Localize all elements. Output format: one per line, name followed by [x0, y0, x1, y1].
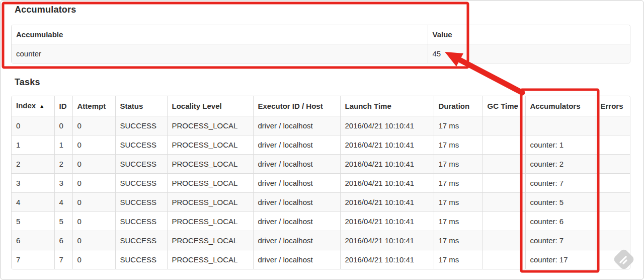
cell-status: SUCCESS [115, 116, 167, 135]
cell-executor-id-host: driver / localhost [253, 231, 340, 250]
cell-locality-level: PROCESS_LOCAL [167, 155, 253, 174]
cell-index: 0 [12, 116, 54, 135]
cell-gc-time [482, 135, 525, 155]
col-header-index[interactable]: Index▲ [12, 96, 54, 116]
cell-status: SUCCESS [115, 174, 167, 193]
cell-duration: 17 ms [434, 174, 482, 193]
col-header-duration[interactable]: Duration [434, 96, 482, 116]
accumulators-header-row: Accumulable Value [12, 25, 630, 44]
cell-duration: 17 ms [434, 155, 482, 174]
cell-id: 3 [54, 174, 72, 193]
tasks-table: Index▲ ID Attempt Status Locality Level … [11, 96, 630, 269]
cell-accumulators: counter: 7 [525, 231, 596, 250]
tasks-section-title: Tasks [15, 77, 40, 88]
col-header-launch-time[interactable]: Launch Time [340, 96, 434, 116]
col-header-status[interactable]: Status [115, 96, 167, 116]
task-row: 4 4 0 SUCCESS PROCESS_LOCAL driver / loc… [12, 193, 630, 212]
cell-errors [596, 231, 630, 250]
cell-status: SUCCESS [115, 212, 167, 231]
cell-errors [596, 155, 630, 174]
cell-executor-id-host: driver / localhost [253, 135, 340, 155]
sort-ascending-icon[interactable]: ▲ [39, 103, 44, 109]
cell-accumulators: counter: 5 [525, 193, 596, 212]
cell-gc-time [482, 212, 525, 231]
cell-id: 7 [54, 250, 72, 269]
cell-accumulable-name: counter [12, 44, 428, 63]
task-row: 2 2 0 SUCCESS PROCESS_LOCAL driver / loc… [12, 155, 630, 174]
col-header-accumulable: Accumulable [12, 25, 428, 44]
col-header-executor-id-host[interactable]: Executor ID / Host [253, 96, 340, 116]
cell-launch-time: 2016/04/21 10:10:41 [340, 250, 434, 269]
cell-locality-level: PROCESS_LOCAL [167, 193, 253, 212]
cell-locality-level: PROCESS_LOCAL [167, 135, 253, 155]
cell-executor-id-host: driver / localhost [253, 155, 340, 174]
cell-locality-level: PROCESS_LOCAL [167, 174, 253, 193]
screenshot-tool-watermark-icon [612, 248, 635, 271]
spark-stage-page: Accumulators Accumulable Value counter 4… [0, 0, 644, 280]
cell-locality-level: PROCESS_LOCAL [167, 231, 253, 250]
cell-attempt: 0 [72, 116, 115, 135]
task-row: 3 3 0 SUCCESS PROCESS_LOCAL driver / loc… [12, 174, 630, 193]
cell-executor-id-host: driver / localhost [253, 250, 340, 269]
cell-duration: 17 ms [434, 135, 482, 155]
col-header-gc-time[interactable]: GC Time [482, 96, 525, 116]
cell-index: 2 [12, 155, 54, 174]
cell-gc-time [482, 193, 525, 212]
cell-duration: 17 ms [434, 250, 482, 269]
cell-index: 7 [12, 250, 54, 269]
cell-locality-level: PROCESS_LOCAL [167, 250, 253, 269]
cell-duration: 17 ms [434, 193, 482, 212]
cell-gc-time [482, 174, 525, 193]
cell-index: 4 [12, 193, 54, 212]
cell-executor-id-host: driver / localhost [253, 212, 340, 231]
cell-id: 6 [54, 231, 72, 250]
cell-id: 2 [54, 155, 72, 174]
task-row: 7 7 0 SUCCESS PROCESS_LOCAL driver / loc… [12, 250, 630, 269]
cell-index: 1 [12, 135, 54, 155]
cell-executor-id-host: driver / localhost [253, 193, 340, 212]
task-row: 0 0 0 SUCCESS PROCESS_LOCAL driver / loc… [12, 116, 630, 135]
cell-attempt: 0 [72, 231, 115, 250]
cell-attempt: 0 [72, 212, 115, 231]
col-header-locality-level[interactable]: Locality Level [167, 96, 253, 116]
cell-accumulable-value: 45 [428, 44, 630, 63]
cell-id: 0 [54, 116, 72, 135]
cell-errors [596, 212, 630, 231]
cell-gc-time [482, 155, 525, 174]
task-row: 5 5 0 SUCCESS PROCESS_LOCAL driver / loc… [12, 212, 630, 231]
cell-accumulators [525, 116, 596, 135]
cell-accumulators: counter: 17 [525, 250, 596, 269]
cell-accumulators: counter: 7 [525, 174, 596, 193]
cell-accumulators: counter: 2 [525, 155, 596, 174]
col-header-errors[interactable]: Errors [596, 96, 630, 116]
task-row: 1 1 0 SUCCESS PROCESS_LOCAL driver / loc… [12, 135, 630, 155]
col-header-id[interactable]: ID [54, 96, 72, 116]
cell-accumulators: counter: 1 [525, 135, 596, 155]
col-header-accumulators[interactable]: Accumulators [525, 96, 596, 116]
cell-index: 3 [12, 174, 54, 193]
cell-launch-time: 2016/04/21 10:10:41 [340, 135, 434, 155]
cell-launch-time: 2016/04/21 10:10:41 [340, 174, 434, 193]
cell-launch-time: 2016/04/21 10:10:41 [340, 116, 434, 135]
cell-attempt: 0 [72, 174, 115, 193]
cell-gc-time [482, 116, 525, 135]
cell-id: 4 [54, 193, 72, 212]
cell-duration: 17 ms [434, 212, 482, 231]
cell-status: SUCCESS [115, 250, 167, 269]
cell-launch-time: 2016/04/21 10:10:41 [340, 193, 434, 212]
cell-attempt: 0 [72, 250, 115, 269]
cell-launch-time: 2016/04/21 10:10:41 [340, 231, 434, 250]
cell-status: SUCCESS [115, 135, 167, 155]
cell-attempt: 0 [72, 135, 115, 155]
cell-index: 5 [12, 212, 54, 231]
col-header-attempt[interactable]: Attempt [72, 96, 115, 116]
tasks-header-row: Index▲ ID Attempt Status Locality Level … [12, 96, 630, 116]
cell-attempt: 0 [72, 155, 115, 174]
cell-locality-level: PROCESS_LOCAL [167, 212, 253, 231]
cell-gc-time [482, 231, 525, 250]
cell-attempt: 0 [72, 193, 115, 212]
cell-errors [596, 174, 630, 193]
cell-executor-id-host: driver / localhost [253, 116, 340, 135]
col-header-value: Value [428, 25, 630, 44]
cell-status: SUCCESS [115, 231, 167, 250]
